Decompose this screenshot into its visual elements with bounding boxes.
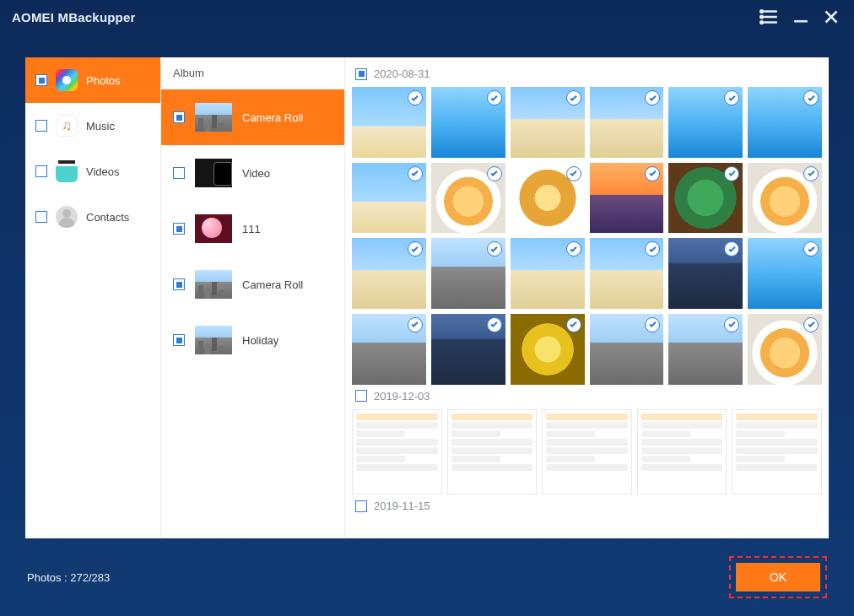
date-label: 2019-12-03: [374, 390, 430, 403]
contacts-icon: [56, 206, 78, 228]
checkbox[interactable]: [173, 167, 185, 179]
photo-tile[interactable]: [668, 238, 743, 309]
minimize-icon[interactable]: [790, 6, 812, 28]
check-icon[interactable]: [566, 90, 581, 105]
check-icon[interactable]: [487, 90, 502, 105]
photo-tile[interactable]: [668, 163, 743, 234]
footer: Photos : 272/283 OK: [25, 538, 829, 616]
check-icon[interactable]: [803, 317, 819, 332]
album-item[interactable]: Holiday: [161, 312, 344, 368]
photo-tile[interactable]: [352, 238, 426, 309]
photo-tile[interactable]: [590, 314, 664, 385]
svg-point-2: [760, 21, 763, 24]
checkbox[interactable]: [35, 74, 47, 86]
photo-tile[interactable]: [511, 87, 585, 158]
check-icon[interactable]: [645, 241, 660, 257]
photo-tile[interactable]: [431, 163, 505, 234]
photo-tile[interactable]: [732, 409, 822, 495]
content-pane[interactable]: 2020-08-312019-12-032019-11-15: [344, 57, 829, 538]
checkbox[interactable]: [355, 390, 367, 402]
photo-tile[interactable]: [748, 87, 822, 158]
album-item[interactable]: 111: [161, 201, 344, 257]
sidebar-item-videos[interactable]: Videos: [25, 149, 160, 194]
checkbox[interactable]: [35, 211, 47, 223]
checkbox[interactable]: [355, 68, 367, 80]
album-label: Holiday: [242, 334, 278, 347]
photo-tile[interactable]: [748, 238, 822, 309]
check-icon[interactable]: [724, 317, 739, 332]
photo-tile[interactable]: [431, 314, 505, 385]
check-icon[interactable]: [487, 241, 502, 257]
album-item[interactable]: Video: [161, 145, 344, 201]
checkbox[interactable]: [173, 278, 185, 290]
check-icon[interactable]: [724, 241, 739, 257]
photo-tile[interactable]: [431, 238, 505, 309]
sidebar-item-contacts[interactable]: Contacts: [25, 194, 160, 240]
photo-tile[interactable]: [352, 87, 426, 158]
photo-tile[interactable]: [590, 87, 664, 158]
date-label: 2020-08-31: [374, 68, 430, 80]
sidebar-item-label: Videos: [86, 165, 120, 178]
photo-tile[interactable]: [447, 409, 538, 495]
ok-button[interactable]: OK: [736, 563, 820, 592]
list-view-icon[interactable]: [759, 6, 781, 28]
checkbox[interactable]: [173, 223, 185, 235]
check-icon[interactable]: [566, 241, 581, 257]
sidebar-item-photos[interactable]: Photos: [25, 57, 160, 103]
checkbox[interactable]: [173, 334, 185, 346]
check-icon[interactable]: [408, 90, 423, 105]
photo-tile[interactable]: [352, 163, 426, 234]
checkbox[interactable]: [173, 111, 185, 123]
app-title: AOMEI MBackupper: [12, 10, 136, 24]
check-icon[interactable]: [408, 166, 423, 181]
checkbox[interactable]: [35, 165, 47, 177]
photo-tile[interactable]: [748, 163, 822, 234]
photo-tile[interactable]: [542, 409, 632, 495]
album-label: Video: [242, 167, 270, 180]
album-label: Camera Roll: [242, 278, 303, 291]
photo-tile[interactable]: [352, 314, 426, 385]
check-icon[interactable]: [724, 90, 739, 105]
check-icon[interactable]: [803, 90, 819, 105]
check-icon[interactable]: [408, 241, 423, 257]
photo-tile[interactable]: [511, 314, 585, 385]
album-label: 111: [242, 223, 261, 235]
check-icon[interactable]: [803, 166, 819, 181]
date-group-header[interactable]: 2019-12-03: [352, 385, 822, 409]
photo-tile[interactable]: [590, 163, 664, 234]
photo-tile[interactable]: [431, 87, 505, 158]
date-group-header[interactable]: 2020-08-31: [352, 62, 822, 87]
checkbox[interactable]: [355, 500, 367, 512]
album-item[interactable]: Camera Roll: [161, 257, 344, 312]
photo-tile[interactable]: [637, 409, 727, 495]
check-icon[interactable]: [645, 90, 660, 105]
photo-tile[interactable]: [668, 87, 743, 158]
sidebar-item-label: Contacts: [86, 211, 129, 224]
check-icon[interactable]: [645, 166, 660, 181]
date-group-header[interactable]: 2019-11-15: [352, 494, 822, 519]
check-icon[interactable]: [408, 317, 423, 332]
photo-tile[interactable]: [511, 163, 585, 234]
main-panel: PhotosMusicVideosContacts Album Camera R…: [25, 57, 829, 538]
checkbox[interactable]: [35, 120, 47, 132]
photo-tile[interactable]: [748, 314, 822, 385]
check-icon[interactable]: [566, 317, 581, 332]
check-icon[interactable]: [724, 166, 739, 181]
sidebar-item-music[interactable]: Music: [25, 103, 160, 149]
check-icon[interactable]: [566, 166, 581, 181]
photo-tile[interactable]: [590, 238, 664, 309]
photo-grid: [352, 409, 822, 495]
check-icon[interactable]: [487, 166, 502, 181]
photos-icon: [56, 69, 78, 91]
photo-tile[interactable]: [668, 314, 743, 385]
album-item[interactable]: Camera Roll: [161, 89, 344, 145]
check-icon[interactable]: [645, 317, 660, 332]
photo-tile[interactable]: [352, 409, 442, 495]
svg-point-1: [760, 16, 763, 19]
album-thumbnail: [195, 214, 232, 243]
album-label: Camera Roll: [242, 111, 303, 124]
close-icon[interactable]: [820, 6, 842, 28]
check-icon[interactable]: [487, 317, 502, 332]
photo-tile[interactable]: [511, 238, 585, 309]
check-icon[interactable]: [803, 241, 819, 257]
